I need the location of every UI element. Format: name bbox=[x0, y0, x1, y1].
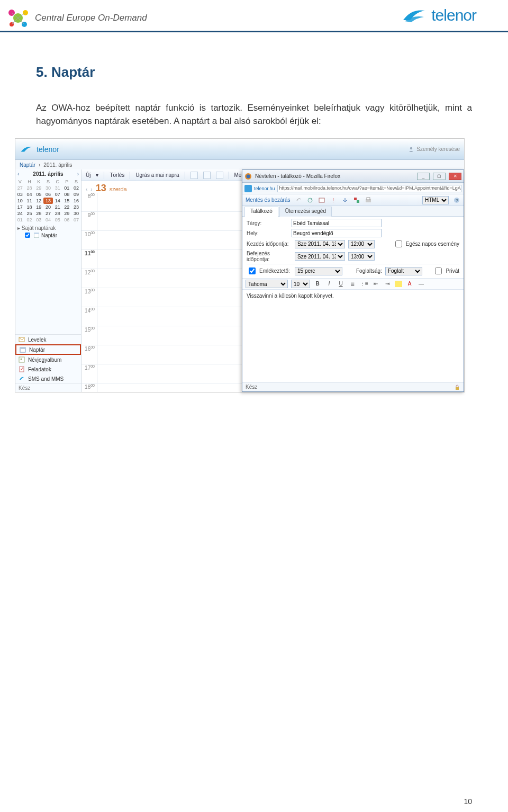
all-day-label: Egész napos esemény bbox=[406, 241, 459, 247]
telenor-text: telenor bbox=[431, 6, 476, 24]
svg-point-16 bbox=[21, 359, 22, 360]
nav-contacts[interactable]: Névjegyalbum bbox=[15, 355, 81, 364]
svg-text:?: ? bbox=[456, 198, 458, 203]
private-checkbox[interactable] bbox=[435, 267, 442, 274]
italic-button[interactable]: I bbox=[325, 280, 333, 288]
importance-high-icon[interactable]: ! bbox=[330, 197, 337, 204]
reminder-label: Emlékeztető: bbox=[259, 268, 290, 274]
ceod-molecule-icon bbox=[5, 5, 31, 31]
toolbar-today[interactable]: Ugrás a mai napra bbox=[135, 172, 179, 178]
location-input[interactable] bbox=[292, 229, 382, 237]
location-label: Hely: bbox=[247, 230, 292, 236]
all-day-checkbox[interactable] bbox=[395, 240, 402, 247]
maximize-button[interactable]: ▢ bbox=[433, 173, 446, 180]
toolbar-delete[interactable]: Törlés bbox=[110, 172, 124, 178]
calendar-icon bbox=[34, 233, 39, 238]
owa-main: Új▾ Törlés Ugrás a mai napra Megosztás▾ … bbox=[81, 169, 464, 392]
month-navigator: ‹ 2011. április › bbox=[15, 169, 81, 179]
minimize-button[interactable]: _ bbox=[417, 173, 430, 180]
appointment-body[interactable]: Visszavinni a kölcsön kapott könyvet. bbox=[242, 290, 464, 382]
reminder-checkbox[interactable] bbox=[249, 267, 256, 274]
contacts-icon bbox=[19, 356, 25, 363]
end-date-select[interactable]: Sze 2011. 04. 13. bbox=[295, 252, 345, 261]
calendar-checkbox[interactable] bbox=[25, 233, 30, 238]
close-button[interactable]: ✕ bbox=[449, 173, 461, 180]
chevron-right-icon: › bbox=[39, 162, 40, 168]
owa-footer-left: Kész bbox=[15, 383, 81, 392]
subject-label: Tárgy: bbox=[247, 220, 292, 226]
font-color-button[interactable]: A bbox=[405, 280, 414, 288]
subject-input[interactable] bbox=[292, 219, 382, 227]
person-search[interactable]: Személy keresése bbox=[408, 146, 464, 153]
categorize-icon[interactable] bbox=[353, 197, 360, 204]
month-view-icon[interactable] bbox=[216, 172, 223, 179]
outdent-button[interactable]: ⇤ bbox=[371, 280, 380, 288]
format-select[interactable]: HTML bbox=[422, 196, 449, 204]
breadcrumb-calendar[interactable]: Naptár bbox=[20, 162, 35, 168]
recurrence-icon[interactable] bbox=[306, 197, 314, 204]
tree-collapse-icon[interactable]: ▸ bbox=[17, 225, 20, 231]
next-month-arrow[interactable]: › bbox=[77, 171, 79, 177]
private-label: Privát bbox=[446, 268, 459, 274]
nav-label: SMS and MMS bbox=[28, 376, 64, 382]
section-heading: 5. Naptár bbox=[36, 64, 472, 81]
appointment-popup: Névtelen - találkozó - Mozilla Firefox _… bbox=[242, 169, 464, 392]
start-label: Kezdés időpontja: bbox=[247, 241, 292, 247]
telenor-logo: telenor bbox=[401, 5, 476, 25]
day-of-week: szerda bbox=[110, 186, 127, 192]
start-time-select[interactable]: 12:00 bbox=[348, 240, 375, 248]
nav-sms[interactable]: SMS and MMS bbox=[15, 374, 81, 383]
day-prev-arrow[interactable]: ‹ bbox=[86, 186, 87, 192]
bullets-button[interactable]: ≣ bbox=[348, 280, 357, 288]
toolbar-new[interactable]: Új bbox=[86, 172, 90, 178]
numbering-button[interactable]: ⋮≡ bbox=[360, 280, 368, 288]
favicon-icon bbox=[244, 185, 252, 192]
indent-button[interactable]: ⇥ bbox=[383, 280, 392, 288]
day-next-arrow[interactable]: › bbox=[90, 186, 92, 192]
day-number: 13 bbox=[96, 183, 106, 194]
popup-addressbar: telenor.hu https://mail.mobiliroda.telen… bbox=[242, 183, 464, 194]
ceod-text: Central Europe On-Demand bbox=[35, 13, 147, 23]
hr-button[interactable]: ― bbox=[417, 280, 425, 288]
url-field[interactable]: https://mail.mobiliroda.telenor.hu/owa/?… bbox=[277, 185, 461, 192]
underline-button[interactable]: U bbox=[337, 280, 345, 288]
prev-month-arrow[interactable]: ‹ bbox=[17, 171, 19, 177]
search-placeholder: Személy keresése bbox=[416, 146, 460, 152]
nav-tasks[interactable]: Feladatok bbox=[15, 364, 81, 374]
breadcrumb-month: 2011. április bbox=[43, 162, 72, 168]
popup-form: Tárgy: Hely: Kezdés időpontja: Sze 2011.… bbox=[242, 217, 464, 278]
attach-icon[interactable] bbox=[295, 197, 302, 204]
mini-calendar[interactable]: VHKSCPS 27282930310102030405060708091011… bbox=[15, 179, 81, 223]
check-names-icon[interactable] bbox=[318, 197, 325, 204]
help-icon[interactable]: ? bbox=[453, 197, 460, 204]
busy-select[interactable]: Foglalt bbox=[385, 267, 422, 275]
chevron-down-icon[interactable]: ▾ bbox=[96, 172, 98, 178]
svg-rect-24 bbox=[357, 200, 359, 203]
highlight-button[interactable] bbox=[395, 281, 402, 287]
nav-mail[interactable]: Levelek bbox=[15, 335, 81, 344]
nav-label: Levelek bbox=[28, 337, 46, 343]
week-view-icon[interactable] bbox=[203, 172, 211, 179]
reminder-select[interactable]: 15 perc bbox=[295, 267, 342, 275]
format-toolbar: Tahoma 10 B I U ≣ ⋮≡ ⇤ ⇥ A ― bbox=[242, 278, 464, 290]
status-text: Kész bbox=[246, 384, 257, 390]
save-close-button[interactable]: Mentés és bezárás bbox=[246, 197, 291, 203]
font-select[interactable]: Tahoma bbox=[246, 280, 288, 288]
print-icon[interactable] bbox=[365, 197, 372, 204]
importance-low-icon[interactable] bbox=[341, 197, 349, 204]
bold-button[interactable]: B bbox=[313, 280, 322, 288]
popup-statusbar: Kész bbox=[242, 382, 464, 391]
telenor-swirl-icon bbox=[401, 5, 428, 25]
start-date-select[interactable]: Sze 2011. 04. 13. bbox=[295, 240, 345, 248]
tree-item-calendar[interactable]: Naptár bbox=[17, 231, 79, 239]
owa-screenshot: telenor Személy keresése Naptár › 2011. … bbox=[15, 138, 465, 392]
tab-meeting[interactable]: Találkozó bbox=[244, 207, 278, 217]
nav-calendar[interactable]: Naptár bbox=[15, 344, 81, 355]
svg-rect-21 bbox=[319, 198, 324, 202]
font-size-select[interactable]: 10 bbox=[291, 280, 310, 288]
calendar-tree: ▸ Saját naptárak Naptár bbox=[15, 223, 81, 240]
tab-scheduling[interactable]: Ütemezési segéd bbox=[279, 207, 332, 217]
sms-icon bbox=[19, 376, 25, 382]
day-view-icon[interactable] bbox=[190, 172, 198, 179]
end-time-select[interactable]: 13:00 bbox=[348, 252, 375, 261]
